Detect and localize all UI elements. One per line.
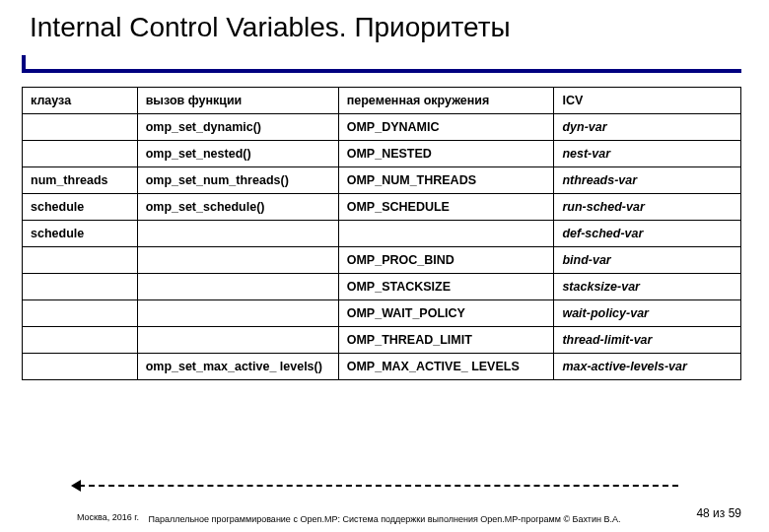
footer-page-number: 48 из 59 [696, 506, 741, 520]
priority-arrow-line [79, 485, 678, 487]
table-row: num_threads omp_set_num_threads() OMP_NU… [23, 167, 741, 194]
slide: Internal Control Variables. Приоритеты к… [0, 0, 769, 532]
icv-table: клауза вызов функции переменная окружени… [22, 87, 741, 380]
header-function: вызов функции [137, 88, 338, 114]
header-icv: ICV [554, 88, 741, 114]
table-row: OMP_PROC_BIND bind-var [23, 247, 741, 274]
title-underline [22, 69, 741, 73]
header-clause: клауза [23, 88, 138, 114]
table-row: schedule def-sched-var [23, 221, 741, 247]
footer-center: Параллельное программирование с Open.MP:… [0, 514, 769, 524]
table-row: schedule omp_set_schedule() OMP_SCHEDULE… [23, 194, 741, 221]
header-envvar: переменная окружения [338, 88, 554, 114]
table-row: omp_set_max_active_ levels() OMP_MAX_ACT… [23, 354, 741, 380]
priority-arrow-head-icon [71, 480, 81, 492]
table-row: omp_set_dynamic() OMP_DYNAMIC dyn-var [23, 114, 741, 141]
title-bar: Internal Control Variables. Приоритеты [0, 0, 769, 79]
table-header-row: клауза вызов функции переменная окружени… [23, 88, 741, 114]
table-row: omp_set_nested() OMP_NESTED nest-var [23, 141, 741, 167]
footer: Москва, 2016 г. Параллельное программиро… [0, 485, 769, 524]
table-row: OMP_WAIT_POLICY wait-policy-var [23, 300, 741, 327]
content-area: клауза вызов функции переменная окружени… [0, 79, 769, 380]
table-row: OMP_STACKSIZE stacksize-var [23, 274, 741, 300]
page-title: Internal Control Variables. Приоритеты [30, 12, 511, 42]
table-row: OMP_THREAD_LIMIT thread-limit-var [23, 327, 741, 354]
